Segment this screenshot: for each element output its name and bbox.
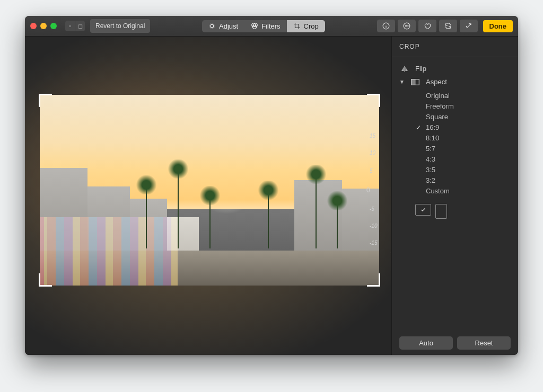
orientation-portrait-button[interactable] [435,204,447,219]
svg-point-7 [406,25,407,26]
fullscreen-window-button[interactable] [50,23,57,29]
titlebar: ▫ ◻ Revert to Original Adjust Filters [25,16,518,37]
dial-tick: -10 [370,223,377,229]
dial-tick: 5 [370,168,373,174]
window-controls [30,23,57,29]
divider [392,57,518,57]
auto-label: Auto [419,339,433,347]
svg-rect-12 [411,79,415,85]
dial-center: 0 [366,186,370,194]
disclosure-triangle-icon: ▼ [399,79,405,85]
orientation-landscape-button[interactable] [415,204,431,216]
photo-preview [40,95,379,286]
crop-handle-bottom-left[interactable] [39,273,52,287]
svg-point-8 [407,25,408,26]
flip-row[interactable]: Flip [399,64,511,74]
crop-handle-bottom-right[interactable] [367,273,380,287]
straighten-dial[interactable]: 15 10 5 0 -5 -10 -15 [365,121,391,259]
info-button[interactable] [377,20,395,32]
aspect-option-label: 3:5 [426,166,435,174]
aspect-option[interactable]: 4:3 [415,155,511,164]
crop-icon [293,22,301,30]
sidebar-footer: Auto Reset [399,336,511,350]
crop-handle-top-right[interactable] [367,94,380,107]
aspect-option[interactable]: 3:2 [415,176,511,185]
filters-label: Filters [261,22,280,30]
aspect-icon [410,79,421,85]
dial-tick: 15 [370,133,375,139]
flip-label: Flip [415,65,426,73]
aspect-option-label: 8:10 [426,134,439,142]
zoom-in-icon[interactable]: ◻ [75,21,85,31]
checkmark-icon: ✓ [415,124,422,131]
adjust-label: Adjust [219,22,238,30]
filters-icon [251,22,258,30]
minimize-window-button[interactable] [40,23,47,29]
reset-button[interactable]: Reset [457,336,511,350]
aspect-option-label: Custom [426,187,450,195]
dial-tick: -5 [370,206,374,212]
sidebar-title: CROP [399,43,511,50]
aspect-option[interactable]: Custom [415,186,511,195]
aspect-option-label: Original [426,92,450,100]
aspect-option[interactable]: Original [415,91,511,100]
svg-point-6 [405,25,406,26]
adjust-icon [208,22,216,30]
aspect-option[interactable]: Freeform [415,102,511,111]
flip-icon [399,65,410,73]
aspect-options-list: OriginalFreeformSquare✓16:98:105:74:33:5… [415,91,511,195]
crop-label: Crop [304,22,319,30]
svg-point-0 [211,24,214,28]
aspect-option[interactable]: 8:10 [415,133,511,142]
more-button[interactable] [398,20,416,32]
auto-enhance-button[interactable] [460,20,478,32]
rotate-button[interactable] [439,20,457,32]
aspect-option[interactable]: 3:5 [415,165,511,174]
aspect-label: Aspect [426,78,447,86]
tab-crop[interactable]: Crop [287,20,325,32]
image-canvas[interactable]: 15 10 5 0 -5 -10 -15 [25,37,391,355]
done-button[interactable]: Done [483,20,513,32]
dial-tick: 10 [370,150,375,156]
aspect-option[interactable]: ✓16:9 [415,123,511,132]
auto-button[interactable]: Auto [399,336,453,350]
orientation-toggle [415,204,511,219]
aspect-option-label: 4:3 [426,155,435,163]
aspect-option-label: 16:9 [426,123,439,131]
edit-mode-tabs: Adjust Filters Crop [202,20,325,32]
zoom-out-icon[interactable]: ▫ [65,21,75,31]
aspect-option[interactable]: Square [415,112,511,121]
aspect-option-label: 3:2 [426,176,435,184]
aspect-option-label: Freeform [426,102,454,110]
aspect-option-label: Square [426,113,448,121]
aspect-option-label: 5:7 [426,145,435,153]
done-label: Done [489,22,507,30]
reset-label: Reset [475,339,493,347]
revert-to-original-button[interactable]: Revert to Original [90,19,150,33]
dial-tick: -15 [370,240,377,246]
toolbar-right-icons [377,20,478,32]
photos-edit-window: ▫ ◻ Revert to Original Adjust Filters [25,16,518,355]
close-window-button[interactable] [30,23,37,29]
editor-body: 15 10 5 0 -5 -10 -15 CROP Flip [25,37,518,355]
revert-label: Revert to Original [95,22,145,30]
aspect-option[interactable]: 5:7 [415,144,511,153]
tab-adjust[interactable]: Adjust [202,20,244,32]
tab-filters[interactable]: Filters [244,20,286,32]
crop-sidebar: CROP Flip ▼ Aspect OriginalFreeformSquar… [391,37,518,355]
favorite-button[interactable] [418,20,436,32]
crop-frame[interactable]: 15 10 5 0 -5 -10 -15 [40,95,379,286]
aspect-header[interactable]: ▼ Aspect [399,77,511,87]
crop-handle-top-left[interactable] [39,94,52,107]
zoom-segmented-control[interactable]: ▫ ◻ [65,21,85,31]
